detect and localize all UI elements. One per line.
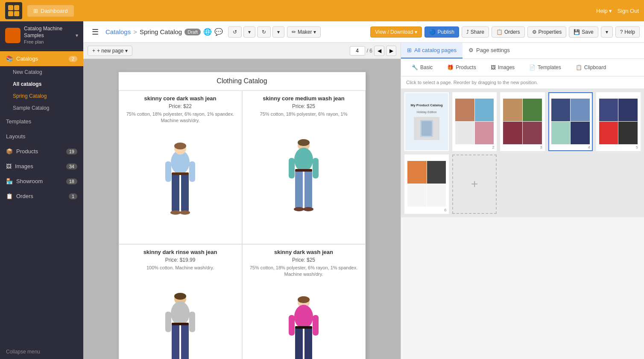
menu-button[interactable]: ☰	[88, 25, 103, 39]
right-panel-top-tabs: ⊞ All catalog pages ⚙ Page settings	[401, 43, 644, 59]
template-icon: 📄	[529, 64, 536, 70]
signout-link[interactable]: Sign Out	[617, 8, 639, 14]
editor-toolbar: ☰ Catalogs > Spring Catalog Draft 🌐 💬 ↺ …	[83, 21, 644, 43]
view-download-button[interactable]: View / Download ▾	[370, 26, 422, 38]
svg-rect-15	[172, 172, 189, 175]
collapse-menu[interactable]: Collapse menu	[0, 344, 83, 359]
sidebar-brand: Catalog Machine Samples Free plan ▾	[0, 21, 83, 50]
svg-rect-35	[172, 323, 189, 325]
main-layout: Catalog Machine Samples Free plan ▾ 📚 Ca…	[0, 21, 644, 359]
subtab-templates[interactable]: 📄 Templates	[523, 61, 568, 73]
sidebar-item-spring-catalog[interactable]: Spring Catalog	[0, 90, 83, 102]
svg-rect-13	[172, 173, 179, 212]
svg-point-30	[171, 301, 190, 325]
subtab-products[interactable]: 🎁 Products	[441, 61, 482, 73]
product-img-3	[123, 274, 237, 359]
page-thumb-2[interactable]: 2	[452, 92, 497, 151]
grid-icon: ⊞	[33, 8, 38, 14]
help-link[interactable]: Help ▾	[596, 8, 612, 14]
svg-rect-5	[13, 30, 18, 35]
catalogs-badge: 2	[69, 56, 77, 62]
sidebar-item-products[interactable]: 📦 Products 19	[0, 144, 83, 159]
svg-point-20	[294, 148, 313, 172]
dashboard-button[interactable]: ⊞ Dashboard	[27, 5, 74, 17]
undo-dropdown-button[interactable]: ▾	[243, 26, 255, 38]
svg-rect-1	[14, 5, 19, 10]
tab-all-catalog-pages[interactable]: ⊞ All catalog pages	[401, 43, 463, 58]
pages-grid: My Product Catalog Holiday Edition	[401, 89, 644, 217]
page-thumb-6[interactable]: 6	[404, 155, 449, 214]
catalog-cell-1[interactable]: skinny core dark wash jean Price: $22 75…	[119, 90, 242, 244]
page-thumb-1[interactable]: My Product Catalog Holiday Edition	[404, 92, 449, 151]
svg-point-29	[174, 293, 186, 300]
sidebar-item-new-catalog[interactable]: New Catalog	[0, 66, 83, 78]
save-button[interactable]: 💾 Save	[569, 26, 598, 38]
properties-button[interactable]: ⚙ Properties	[527, 26, 567, 38]
product-img-2	[247, 121, 361, 239]
product-desc-3: 100% cotton. Machine wash/dry.	[146, 265, 214, 271]
page-thumb-4[interactable]: 4	[548, 92, 593, 151]
sidebar-item-layouts[interactable]: Layouts	[0, 129, 83, 144]
catalog-cell-2[interactable]: skinny core medium wash jean Price: $25 …	[242, 90, 366, 244]
page-next-button[interactable]: ▶	[386, 46, 396, 56]
sidebar-item-catalogs[interactable]: 📚 Catalogs 2	[0, 51, 83, 66]
subtab-clipboard[interactable]: 📋 Clipboard	[569, 61, 612, 73]
settings-icon: ⚙	[468, 47, 474, 53]
catalogs-icon: 📚	[6, 55, 13, 62]
tab-page-settings[interactable]: ⚙ Page settings	[463, 43, 516, 58]
plan-label: Free plan	[24, 39, 62, 45]
sidebar-item-orders[interactable]: 📋 Orders 1	[0, 189, 83, 204]
svg-rect-31	[165, 312, 171, 332]
catalog-grid: skinny core dark wash jean Price: $22 75…	[119, 90, 366, 359]
product-price-1: Price: $22	[169, 103, 192, 109]
help-button[interactable]: ? Help	[615, 26, 640, 38]
page-thumb-3[interactable]: 3	[500, 92, 544, 151]
orders-badge: 1	[69, 193, 77, 199]
editor-area: + + new page ▾ / 6 ◀ ▶ Clothing Catalog	[83, 43, 644, 359]
redo-dropdown-button[interactable]: ▾	[272, 26, 284, 38]
orders-icon: 📋	[6, 193, 13, 199]
svg-rect-41	[289, 315, 295, 336]
new-page-button[interactable]: + + new page ▾	[88, 46, 132, 56]
maker-button[interactable]: ✏ Maker ▾	[287, 26, 321, 38]
product-name-3: skinny dark rinse wash jean	[143, 249, 217, 255]
chat-icon[interactable]: 💬	[214, 28, 223, 36]
page-number-input[interactable]	[350, 46, 365, 55]
sidebar-item-images[interactable]: 🖼 Images 34	[0, 159, 83, 174]
orders-button[interactable]: 📋 Orders	[492, 26, 525, 38]
right-panel-info: Click to select a page. Reorder by dragg…	[401, 76, 644, 89]
images-icon: 🖼	[6, 163, 12, 169]
subtab-images[interactable]: 🖼 Images	[484, 61, 521, 73]
puzzle-icon: 🔧	[412, 64, 418, 70]
svg-point-39	[298, 296, 310, 303]
publish-button[interactable]: 🔵 Publish	[424, 26, 459, 38]
add-page-button[interactable]: +	[452, 155, 497, 214]
catalog-page-title: Clothing Catalog	[119, 72, 366, 90]
redo-button[interactable]: ↻	[257, 26, 271, 38]
undo-button[interactable]: ↺	[228, 26, 242, 38]
subtab-basic[interactable]: 🔧 Basic	[405, 61, 439, 73]
svg-rect-6	[7, 36, 12, 41]
view-dropdown-icon: ▾	[415, 29, 417, 35]
pages-icon: ⊞	[407, 47, 412, 53]
sidebar-item-sample-catalog[interactable]: Sample Catalog	[0, 102, 83, 114]
svg-point-17	[180, 210, 190, 215]
page-thumb-5[interactable]: 5	[596, 92, 641, 151]
brand-chevron-icon[interactable]: ▾	[76, 32, 78, 38]
sidebar-item-templates[interactable]: Templates	[0, 114, 83, 129]
share-button[interactable]: ⤴ Share	[462, 26, 489, 38]
product-desc-2: 75% cotton, 18% polyester, 6% rayon, 1%	[260, 111, 348, 117]
globe-icon[interactable]: 🌐	[203, 28, 212, 36]
catalog-cell-4[interactable]: skinny dark wash jean Price: $25 75% cot…	[242, 244, 366, 359]
svg-rect-3	[14, 11, 19, 16]
save-dropdown-button[interactable]: ▾	[601, 26, 613, 38]
page-prev-button[interactable]: ◀	[374, 46, 384, 56]
svg-rect-49	[422, 121, 432, 136]
sidebar-item-showroom[interactable]: 🏪 Showroom 18	[0, 174, 83, 189]
sidebar-item-all-catalogs[interactable]: All catalogs	[0, 78, 83, 90]
product-img-4	[247, 281, 361, 359]
product-price-2: Price: $25	[292, 103, 315, 109]
breadcrumb-catalogs[interactable]: Catalogs	[105, 28, 131, 35]
catalog-cell-3[interactable]: skinny dark rinse wash jean Price: $19.9…	[119, 244, 242, 359]
orders-toolbar-icon: 📋	[496, 29, 503, 35]
